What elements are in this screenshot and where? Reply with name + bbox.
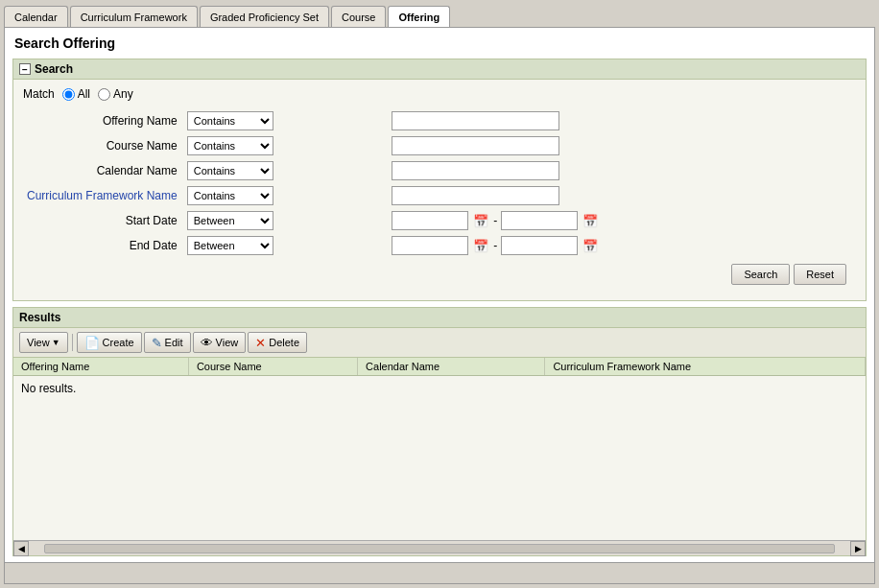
search-section-header: − Search <box>13 59 866 80</box>
tab-bar: Calendar Curriculum Framework Graded Pro… <box>0 0 879 27</box>
tab-offering[interactable]: Offering <box>388 6 450 27</box>
horizontal-scrollbar[interactable]: ◀ ▶ <box>13 540 866 555</box>
view-dropdown-arrow: ▼ <box>52 338 60 347</box>
cell-course-name-input <box>388 133 856 158</box>
form-row-end-date: End Date Between Equals Before After <box>23 233 856 258</box>
results-table-wrapper: Offering Name Course Name Calendar Name … <box>13 358 866 540</box>
cell-offering-name-input <box>388 108 856 133</box>
label-course-name: Course Name <box>23 133 183 158</box>
tab-calendar[interactable]: Calendar <box>4 6 68 27</box>
tab-graded-proficiency-set[interactable]: Graded Proficiency Set <box>200 6 329 27</box>
calendar-name-select[interactable]: Contains Equals Starts With Ends With <box>187 161 273 180</box>
label-curriculum-framework-name: Curriculum Framework Name <box>23 183 183 208</box>
edit-icon: ✎ <box>152 336 162 350</box>
results-table-header-row: Offering Name Course Name Calendar Name … <box>13 358 866 376</box>
status-bar <box>5 562 874 583</box>
cell-offering-name-select: Contains Equals Starts With Ends With <box>183 108 388 133</box>
radio-all[interactable] <box>62 88 75 101</box>
end-date-from-calendar-icon[interactable]: 📅 <box>472 237 489 254</box>
tab-course[interactable]: Course <box>331 6 386 27</box>
col-offering-name: Offering Name <box>13 358 188 376</box>
label-end-date: End Date <box>23 233 183 258</box>
end-date-group: 📅 - 📅 <box>392 236 852 255</box>
form-grid: Offering Name Contains Equals Starts Wit… <box>23 108 856 258</box>
edit-button[interactable]: ✎ Edit <box>144 332 191 353</box>
end-date-select[interactable]: Between Equals Before After <box>187 236 273 255</box>
curriculum-framework-input[interactable] <box>392 186 559 205</box>
course-name-input[interactable] <box>392 136 559 155</box>
search-body: Match All Any Offering Name <box>13 80 866 300</box>
radio-any[interactable] <box>98 88 110 101</box>
main-content: Search Offering − Search Match All Any <box>4 27 875 584</box>
label-start-date: Start Date <box>23 208 183 233</box>
view-dropdown-button[interactable]: View ▼ <box>19 332 68 353</box>
create-button[interactable]: 📄 Create <box>77 332 142 353</box>
start-date-group: 📅 - 📅 <box>392 211 852 230</box>
cell-course-name-select: Contains Equals Starts With Ends With <box>183 133 388 158</box>
reset-button[interactable]: Reset <box>794 264 846 285</box>
tab-curriculum-framework[interactable]: Curriculum Framework <box>70 6 198 27</box>
label-calendar-name: Calendar Name <box>23 158 183 183</box>
col-calendar-name: Calendar Name <box>358 358 545 376</box>
create-icon: 📄 <box>84 336 100 350</box>
view-button[interactable]: 👁 View <box>193 332 247 353</box>
cell-curriculum-framework-select: Contains Equals Starts With Ends With <box>183 183 388 208</box>
cell-start-date-range: 📅 - 📅 <box>388 208 856 233</box>
search-section: − Search Match All Any <box>12 59 867 301</box>
no-results-text: No results. <box>13 376 866 401</box>
label-offering-name: Offering Name <box>23 108 183 133</box>
offering-name-select[interactable]: Contains Equals Starts With Ends With <box>187 111 273 130</box>
start-date-to-calendar-icon[interactable]: 📅 <box>582 212 599 229</box>
scroll-track[interactable] <box>44 544 835 553</box>
delete-icon: ✕ <box>255 336 266 350</box>
results-toolbar: View ▼ 📄 Create ✎ Edit 👁 View ✕ Delete <box>13 328 866 358</box>
delete-button[interactable]: ✕ Delete <box>248 332 307 353</box>
collapse-icon[interactable]: − <box>19 63 31 75</box>
form-row-calendar-name: Calendar Name Contains Equals Starts Wit… <box>23 158 856 183</box>
curriculum-framework-select[interactable]: Contains Equals Starts With Ends With <box>187 186 273 205</box>
scroll-left-arrow[interactable]: ◀ <box>13 541 29 556</box>
radio-any-label[interactable]: Any <box>98 87 133 101</box>
course-name-select[interactable]: Contains Equals Starts With Ends With <box>187 136 273 155</box>
cell-calendar-name-select: Contains Equals Starts With Ends With <box>183 158 388 183</box>
results-table: Offering Name Course Name Calendar Name … <box>13 358 866 376</box>
search-actions: Search Reset <box>23 258 856 293</box>
start-date-from-calendar-icon[interactable]: 📅 <box>472 212 489 229</box>
form-row-start-date: Start Date Between Equals Before After <box>23 208 856 233</box>
search-button[interactable]: Search <box>731 264 790 285</box>
end-date-to[interactable] <box>501 236 578 255</box>
results-section-header: Results <box>13 308 866 328</box>
end-date-from[interactable] <box>392 236 468 255</box>
cell-end-date-range: 📅 - 📅 <box>388 233 856 258</box>
form-row-course-name: Course Name Contains Equals Starts With … <box>23 133 856 158</box>
end-date-to-calendar-icon[interactable]: 📅 <box>582 237 599 254</box>
form-row-curriculum-framework-name: Curriculum Framework Name Contains Equal… <box>23 183 856 208</box>
col-curriculum-framework-name: Curriculum Framework Name <box>545 358 866 376</box>
start-date-from[interactable] <box>392 211 468 230</box>
match-row: Match All Any <box>23 87 856 101</box>
toolbar-divider-1 <box>72 334 73 351</box>
scroll-right-arrow[interactable]: ▶ <box>850 541 866 556</box>
cell-curriculum-framework-input <box>388 183 856 208</box>
radio-all-label[interactable]: All <box>62 87 90 101</box>
results-table-head: Offering Name Course Name Calendar Name … <box>13 358 866 376</box>
results-section: Results View ▼ 📄 Create ✎ Edit 👁 View ✕ <box>12 307 867 556</box>
col-course-name: Course Name <box>188 358 357 376</box>
cell-end-date-select: Between Equals Before After <box>183 233 388 258</box>
start-date-select[interactable]: Between Equals Before After <box>187 211 273 230</box>
calendar-name-input[interactable] <box>392 161 559 180</box>
view-icon: 👁 <box>201 336 213 350</box>
cell-start-date-select: Between Equals Before After <box>183 208 388 233</box>
cell-calendar-name-input <box>388 158 856 183</box>
offering-name-input[interactable] <box>392 111 559 130</box>
form-row-offering-name: Offering Name Contains Equals Starts Wit… <box>23 108 856 133</box>
start-date-to[interactable] <box>501 211 578 230</box>
page-title: Search Offering <box>5 28 874 59</box>
